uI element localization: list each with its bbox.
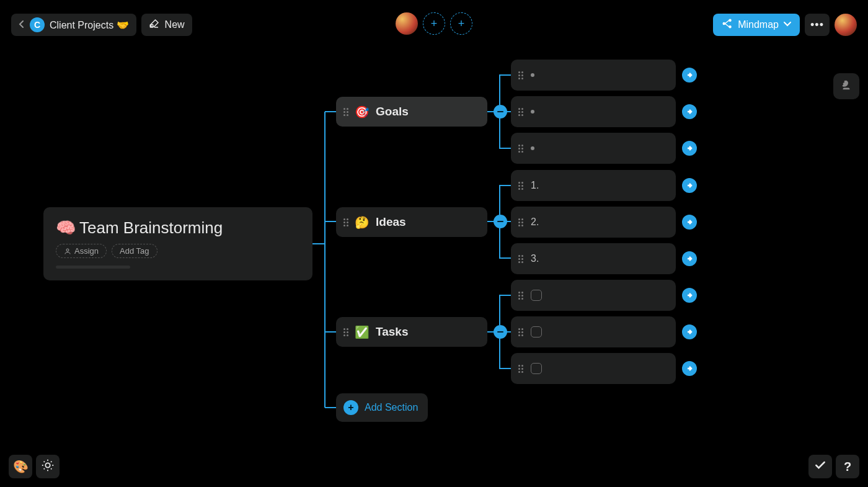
item-node[interactable] xyxy=(511,353,676,384)
drag-handle-icon[interactable] xyxy=(518,218,523,226)
add-section-label: Add Section xyxy=(365,402,418,413)
root-emoji: 🧠 xyxy=(56,218,76,238)
drag-handle-icon[interactable] xyxy=(518,71,523,79)
section-emoji: 🤔 xyxy=(355,215,370,230)
progress-bar xyxy=(56,266,130,269)
theme-palette-button[interactable]: 🎨 xyxy=(9,455,32,478)
bullet-icon xyxy=(531,73,534,77)
item-node[interactable]: 3. xyxy=(511,243,676,274)
expand-item-button[interactable] xyxy=(682,104,697,119)
item-text: 1. xyxy=(531,180,539,191)
expand-item-button[interactable] xyxy=(682,215,697,230)
expand-item-button[interactable] xyxy=(682,324,697,339)
check-icon xyxy=(814,459,826,475)
bottom-left-tools: 🎨 xyxy=(9,455,60,478)
knight-icon xyxy=(839,78,853,94)
root-node[interactable]: 🧠 Team Brainstorming Assign Add Tag xyxy=(43,207,312,280)
add-tag-label: Add Tag xyxy=(120,246,149,256)
drag-handle-icon[interactable] xyxy=(518,182,523,190)
collapse-button[interactable] xyxy=(494,325,507,339)
item-node[interactable] xyxy=(511,316,676,347)
section-label: Tasks xyxy=(376,325,408,339)
expand-item-button[interactable] xyxy=(682,251,697,266)
item-node[interactable] xyxy=(511,60,676,91)
checkbox[interactable] xyxy=(531,363,542,374)
sun-icon xyxy=(41,458,55,475)
root-title: 🧠 Team Brainstorming xyxy=(56,218,300,238)
drag-handle-icon[interactable] xyxy=(343,108,348,116)
expand-item-button[interactable] xyxy=(682,361,697,376)
svg-point-4 xyxy=(66,249,69,251)
item-text: 3. xyxy=(531,253,539,264)
drag-handle-icon[interactable] xyxy=(518,328,523,336)
drag-handle-icon[interactable] xyxy=(518,255,523,263)
drag-handle-icon[interactable] xyxy=(518,292,523,300)
expand-item-button[interactable] xyxy=(682,178,697,193)
section-node-ideas[interactable]: 🤔 Ideas xyxy=(336,207,487,237)
minus-icon xyxy=(497,331,503,333)
expand-item-button[interactable] xyxy=(682,288,697,303)
collapse-button[interactable] xyxy=(494,215,507,228)
item-node[interactable]: 2. xyxy=(511,207,676,238)
section-emoji: ✅ xyxy=(355,325,370,339)
minus-icon xyxy=(497,111,503,113)
item-node[interactable] xyxy=(511,96,676,127)
confirm-button[interactable] xyxy=(808,455,832,478)
section-label: Ideas xyxy=(376,215,406,229)
presentation-button[interactable] xyxy=(833,73,859,99)
section-label: Goals xyxy=(376,105,409,118)
add-tag-chip[interactable]: Add Tag xyxy=(112,244,157,258)
drag-handle-icon[interactable] xyxy=(343,218,348,226)
item-node[interactable] xyxy=(511,133,676,164)
collapse-button[interactable] xyxy=(494,105,507,118)
drag-handle-icon[interactable] xyxy=(518,108,523,116)
brightness-button[interactable] xyxy=(36,455,60,478)
section-node-goals[interactable]: 🎯 Goals xyxy=(336,97,487,127)
plus-icon: + xyxy=(343,400,358,415)
palette-icon: 🎨 xyxy=(13,459,29,474)
mindmap-canvas[interactable]: 🧠 Team Brainstorming Assign Add Tag 🎯 Go… xyxy=(0,0,868,487)
minus-icon xyxy=(497,221,503,223)
section-node-tasks[interactable]: ✅ Tasks xyxy=(336,317,487,347)
checkbox[interactable] xyxy=(531,326,542,337)
checkbox[interactable] xyxy=(531,290,542,301)
expand-item-button[interactable] xyxy=(682,141,697,156)
assign-chip[interactable]: Assign xyxy=(56,244,107,258)
drag-handle-icon[interactable] xyxy=(518,365,523,373)
section-emoji: 🎯 xyxy=(355,105,370,119)
svg-point-5 xyxy=(45,463,50,467)
item-text: 2. xyxy=(531,217,539,228)
help-button[interactable]: ? xyxy=(836,455,859,478)
item-node[interactable]: 1. xyxy=(511,170,676,201)
add-section-button[interactable]: + Add Section xyxy=(336,393,428,422)
root-title-text: Team Brainstorming xyxy=(79,218,223,238)
bullet-icon xyxy=(531,110,534,114)
drag-handle-icon[interactable] xyxy=(343,328,348,336)
user-icon xyxy=(64,248,71,255)
bottom-right-tools: ? xyxy=(808,455,859,478)
item-node[interactable] xyxy=(511,280,676,311)
drag-handle-icon[interactable] xyxy=(518,145,523,153)
bullet-icon xyxy=(531,146,534,150)
assign-label: Assign xyxy=(74,246,99,256)
expand-item-button[interactable] xyxy=(682,68,697,83)
question-icon: ? xyxy=(844,460,851,474)
